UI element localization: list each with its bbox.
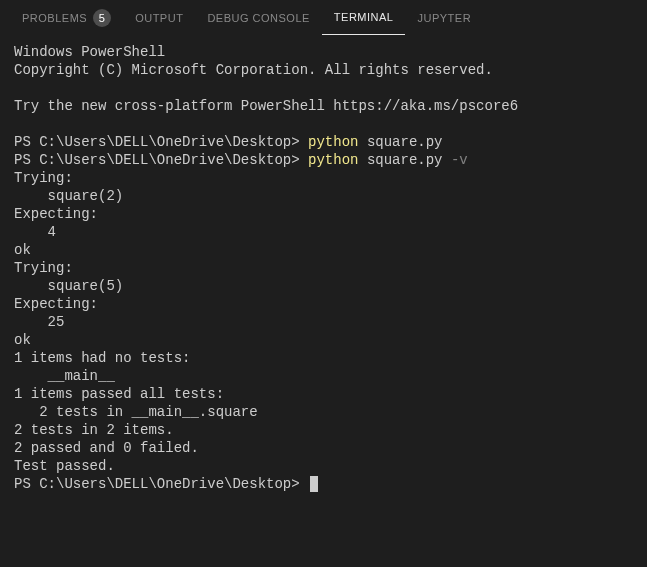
command-args: square.py [358,134,442,150]
terminal-line: 25 [14,313,633,331]
terminal-line: Expecting: [14,295,633,313]
command-flag: -v [443,152,468,168]
prompt: PS C:\Users\DELL\OneDrive\Desktop> [14,152,308,168]
terminal-line: ok [14,331,633,349]
prompt: PS C:\Users\DELL\OneDrive\Desktop> [14,134,308,150]
terminal-prompt-line: PS C:\Users\DELL\OneDrive\Desktop> [14,475,633,493]
terminal-content[interactable]: Windows PowerShell Copyright (C) Microso… [0,35,647,501]
tab-label: DEBUG CONSOLE [207,12,309,24]
terminal-line: ok [14,241,633,259]
terminal-line: 1 items had no tests: [14,349,633,367]
tab-label: TERMINAL [334,11,394,23]
terminal-line: Test passed. [14,457,633,475]
tab-debug-console[interactable]: DEBUG CONSOLE [195,0,321,35]
terminal-command-line: PS C:\Users\DELL\OneDrive\Desktop> pytho… [14,151,633,169]
terminal-line: Trying: [14,169,633,187]
terminal-command-line: PS C:\Users\DELL\OneDrive\Desktop> pytho… [14,133,633,151]
tab-terminal[interactable]: TERMINAL [322,0,406,35]
cursor-icon [310,476,318,492]
tab-output[interactable]: OUTPUT [123,0,195,35]
blank-line [14,115,633,133]
tab-label: JUPYTER [417,12,471,24]
tab-label: PROBLEMS [22,12,87,24]
command-args: square.py [358,152,442,168]
terminal-line: 1 items passed all tests: [14,385,633,403]
terminal-line: 2 tests in 2 items. [14,421,633,439]
terminal-line: Trying: [14,259,633,277]
panel-tabs: PROBLEMS 5 OUTPUT DEBUG CONSOLE TERMINAL… [0,0,647,35]
terminal-line: Windows PowerShell [14,43,633,61]
terminal-line: Expecting: [14,205,633,223]
terminal-line: 4 [14,223,633,241]
blank-line [14,79,633,97]
terminal-line: __main__ [14,367,633,385]
command-name: python [308,134,358,150]
tab-jupyter[interactable]: JUPYTER [405,0,483,35]
terminal-line: Copyright (C) Microsoft Corporation. All… [14,61,633,79]
prompt: PS C:\Users\DELL\OneDrive\Desktop> [14,476,308,492]
tab-problems[interactable]: PROBLEMS 5 [10,0,123,35]
problems-badge: 5 [93,9,111,27]
terminal-line: Try the new cross-platform PowerShell ht… [14,97,633,115]
terminal-line: square(5) [14,277,633,295]
terminal-line: 2 tests in __main__.square [14,403,633,421]
terminal-line: square(2) [14,187,633,205]
command-name: python [308,152,358,168]
terminal-line: 2 passed and 0 failed. [14,439,633,457]
tab-label: OUTPUT [135,12,183,24]
